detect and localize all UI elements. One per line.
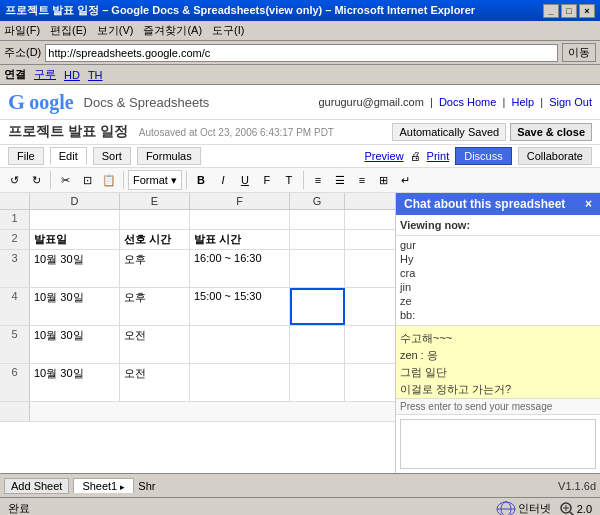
row-num-1: 1 (0, 210, 30, 229)
cell-e3[interactable]: 오후 (120, 250, 190, 287)
menu-bar: 파일(F) 편집(E) 보기(V) 즐겨찾기(A) 도구(I) (0, 21, 600, 41)
sign-out-link[interactable]: Sign Out (549, 96, 592, 108)
row-num-2: 2 (0, 230, 30, 249)
list-item: gur (400, 238, 596, 252)
print-link[interactable]: Print (427, 150, 450, 162)
menu-edit[interactable]: 편집(E) (50, 23, 87, 38)
header-right: guruguru@gmail.com | Docs Home | Help | … (318, 96, 592, 108)
tab-formulas[interactable]: Formulas (137, 147, 201, 165)
italic-button[interactable]: I (213, 170, 233, 190)
cell-e4[interactable]: 오후 (120, 288, 190, 325)
row-num-6: 6 (0, 364, 30, 401)
cell-g6[interactable] (290, 364, 345, 401)
tab-collaborate[interactable]: Collaborate (518, 147, 592, 165)
chat-input[interactable] (400, 419, 596, 469)
preview-link[interactable]: Preview (364, 150, 403, 162)
cell-f2[interactable]: 발표 시간 (190, 230, 290, 249)
cell-f3[interactable]: 16:00 ~ 16:30 (190, 250, 290, 287)
cell-d6[interactable]: 10월 30일 (30, 364, 120, 401)
cell-e6[interactable]: 오전 (120, 364, 190, 401)
separator-3 (186, 171, 187, 189)
cell-d2[interactable]: 발표일 (30, 230, 120, 249)
minimize-button[interactable]: _ (543, 4, 559, 18)
title-bar: 프로젝트 발표 일정 – Google Docs & Spreadsheets(… (0, 0, 600, 21)
close-button[interactable]: × (579, 4, 595, 18)
underline-button[interactable]: U (235, 170, 255, 190)
cell-e1[interactable] (120, 210, 190, 229)
go-button[interactable]: 이동 (562, 43, 596, 62)
cut-button[interactable]: ✂ (55, 170, 75, 190)
cell-g4[interactable] (290, 288, 345, 325)
link-th[interactable]: TH (88, 69, 103, 81)
merge-button[interactable]: ⊞ (374, 170, 394, 190)
cell-d5[interactable]: 10월 30일 (30, 326, 120, 363)
table-row: 6 10월 30일 오전 (0, 364, 395, 402)
chat-message: 수고해~~~ (400, 330, 596, 347)
menu-favorites[interactable]: 즐겨찾기(A) (143, 23, 202, 38)
help-link[interactable]: Help (511, 96, 534, 108)
tab-sort[interactable]: Sort (93, 147, 131, 165)
sheet-tab-sheet1[interactable]: Sheet1 ▸ (73, 478, 134, 493)
zoom-level: 2.0 (577, 503, 592, 515)
cell-d3[interactable]: 10월 30일 (30, 250, 120, 287)
copy-button[interactable]: ⊡ (77, 170, 97, 190)
cell-e5[interactable]: 오전 (120, 326, 190, 363)
maximize-button[interactable]: □ (561, 4, 577, 18)
bold-button[interactable]: B (191, 170, 211, 190)
zoom-icon (559, 501, 575, 516)
undo-button[interactable]: ↺ (4, 170, 24, 190)
table-row: 5 10월 30일 오전 (0, 326, 395, 364)
subscript-button[interactable]: T (279, 170, 299, 190)
version-info: V1.1.6d (558, 480, 596, 492)
tab-discuss[interactable]: Discuss (455, 147, 512, 165)
menu-tools[interactable]: 도구(I) (212, 23, 244, 38)
wrap-button[interactable]: ↵ (396, 170, 416, 190)
scroll-area (30, 402, 395, 421)
format-dropdown[interactable]: Format ▾ (128, 170, 182, 190)
tab-edit[interactable]: Edit (50, 147, 87, 165)
font-button[interactable]: F (257, 170, 277, 190)
link-hd[interactable]: HD (64, 69, 80, 81)
cell-d4[interactable]: 10월 30일 (30, 288, 120, 325)
cell-f6[interactable] (190, 364, 290, 401)
google-product: Docs & Spreadsheets (84, 95, 210, 110)
spreadsheet-body: 1 2 발표일 선호 시간 발표 시간 3 10월 30일 (0, 210, 395, 473)
cell-e2[interactable]: 선호 시간 (120, 230, 190, 249)
cell-g1[interactable] (290, 210, 345, 229)
paste-button[interactable]: 📋 (99, 170, 119, 190)
internet-icon (496, 501, 516, 516)
cell-f5[interactable] (190, 326, 290, 363)
redo-button[interactable]: ↻ (26, 170, 46, 190)
address-label: 주소(D) (4, 45, 41, 60)
link-guru[interactable]: 구루 (34, 67, 56, 82)
spreadsheet[interactable]: D E F G 1 2 발표일 선호 시간 (0, 193, 395, 473)
links-label: 연결 (4, 67, 26, 82)
cell-d1[interactable] (30, 210, 120, 229)
window-controls[interactable]: _ □ × (543, 4, 595, 18)
chat-viewer-list: gur Hy cra jin ze bb: nal (396, 236, 600, 326)
align-left-button[interactable]: ≡ (308, 170, 328, 190)
tab-file[interactable]: File (8, 147, 44, 165)
status-right: 인터넷 2.0 (496, 501, 592, 516)
list-item: jin (400, 280, 596, 294)
links-bar: 연결 구루 HD TH (0, 65, 600, 85)
docs-home-link[interactable]: Docs Home (439, 96, 496, 108)
chat-messages: 수고해~~~ zen : 응 그럼 일단 이걸로 정하고 가는거? me: 문제… (396, 326, 600, 399)
zoom-status: 2.0 (559, 501, 592, 516)
align-center-button[interactable]: ☰ (330, 170, 350, 190)
add-sheet-button[interactable]: Add Sheet (4, 478, 69, 494)
align-right-button[interactable]: ≡ (352, 170, 372, 190)
menu-view[interactable]: 보기(V) (97, 23, 134, 38)
cell-g5[interactable] (290, 326, 345, 363)
sheet-tab-arrow-icon: ▸ (120, 482, 125, 492)
chat-close-button[interactable]: × (585, 197, 592, 211)
list-item: Hy (400, 252, 596, 266)
cell-f1[interactable] (190, 210, 290, 229)
cell-g2[interactable] (290, 230, 345, 249)
cell-f4[interactable]: 15:00 ~ 15:30 (190, 288, 290, 325)
auto-saved-button[interactable]: Automatically Saved (392, 123, 506, 141)
menu-file[interactable]: 파일(F) (4, 23, 40, 38)
save-close-button[interactable]: Save & close (510, 123, 592, 141)
address-input[interactable] (45, 44, 558, 62)
cell-g3[interactable] (290, 250, 345, 287)
